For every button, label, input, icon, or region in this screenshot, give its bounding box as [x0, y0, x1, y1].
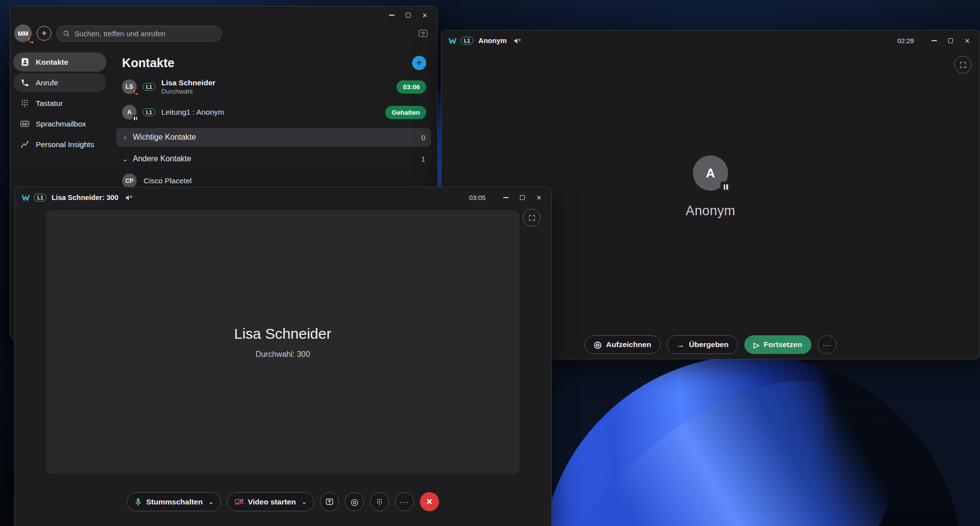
keypad-button[interactable]: [370, 492, 389, 511]
sidebar-item-label: Sprachmailbox: [36, 120, 86, 128]
fullscreen-button[interactable]: [954, 56, 972, 74]
group-row-andere-kontakte[interactable]: ⌄ Andere Kontakte 1: [116, 150, 431, 168]
call-timer-badge: 03:06: [396, 80, 426, 94]
avatar: LS: [122, 79, 137, 94]
sidebar-item-kontakte[interactable]: Kontakte: [13, 52, 106, 72]
record-button[interactable]: ◎: [345, 492, 364, 511]
contacts-header: Kontakte +: [122, 51, 426, 74]
held-call-row[interactable]: A L1 Leitung1 : Anonym Gehalten: [122, 100, 426, 125]
profile-initials: MM: [18, 30, 28, 37]
minimize-icon: [389, 15, 394, 16]
speaker-icon: [125, 195, 133, 201]
fullscreen-button[interactable]: [523, 209, 540, 226]
arrow-right-icon: →: [676, 341, 685, 349]
active-call-row[interactable]: LS L1 Lisa Schneider Durchwahl 03:06: [122, 74, 426, 100]
maximize-button[interactable]: [514, 191, 531, 204]
hold-pause-icon: [132, 115, 139, 122]
share-screen-button[interactable]: [320, 492, 339, 511]
record-label: Aufzeichnen: [606, 340, 651, 349]
call-timer: 03:05: [469, 194, 486, 201]
line-badge: L1: [461, 37, 473, 45]
group-count: 0: [421, 133, 425, 142]
fullscreen-icon: [959, 61, 967, 69]
keypad-icon: [376, 498, 383, 505]
page-title: Kontakte: [122, 56, 174, 70]
chevron-right-icon: ›: [122, 133, 128, 141]
group-label: Andere Kontakte: [133, 154, 191, 163]
resume-button[interactable]: ▷ Fortsetzen: [744, 335, 811, 354]
sidebar-item-label: Personal Insights: [36, 140, 94, 149]
maximize-icon: [520, 195, 525, 200]
sidebar-item-label: Tastatur: [36, 99, 63, 108]
webex-logo-icon: [22, 194, 30, 201]
contacts-icon: [20, 57, 29, 67]
more-options-button[interactable]: ···: [818, 335, 836, 354]
on-call-phone-icon: [27, 37, 34, 44]
transfer-label: Übergeben: [689, 340, 729, 349]
end-call-button[interactable]: ✕: [420, 492, 439, 511]
minimize-button[interactable]: [383, 8, 400, 22]
minimize-button[interactable]: [926, 34, 942, 48]
start-video-label: Video starten: [248, 498, 296, 506]
more-icon: ···: [823, 341, 832, 349]
more-options-button[interactable]: ···: [395, 492, 414, 511]
resume-label: Fortsetzen: [764, 340, 802, 349]
avatar-initial: A: [706, 166, 715, 181]
record-icon: ◎: [350, 498, 358, 506]
record-button[interactable]: ◎ Aufzeichnen: [585, 335, 661, 354]
call-contact-name: Lisa Schneider: [161, 78, 215, 87]
call-stage: Lisa Schneider Durchwahl: 300: [46, 210, 519, 474]
profile-avatar[interactable]: MM: [14, 25, 32, 42]
wallpaper-bloom-flower: [510, 341, 980, 526]
close-button[interactable]: ✕: [959, 34, 976, 48]
webex-logo-icon: [448, 37, 457, 45]
avatar: A: [122, 105, 137, 120]
play-icon: ▷: [754, 341, 760, 349]
phone-icon: [20, 78, 29, 87]
window-controls: ✕: [497, 191, 547, 204]
call-contact-name: Leitung1 : Anonym: [161, 108, 224, 117]
main-header: MM +: [10, 22, 437, 48]
chevron-down-icon: ⌄: [122, 155, 128, 163]
search-field[interactable]: [56, 25, 222, 42]
start-video-button[interactable]: Video starten ⌄: [227, 492, 314, 511]
held-call-titlebar[interactable]: L1 Anonym 02:29 ✕: [441, 30, 980, 51]
group-count: 1: [421, 155, 425, 163]
window-controls: ✕: [926, 34, 976, 48]
sidebar-item-sprachmailbox[interactable]: Sprachmailbox: [13, 114, 106, 133]
fullscreen-icon: [528, 214, 536, 222]
close-button[interactable]: ✕: [416, 8, 433, 22]
active-call-titlebar[interactable]: L1 Lisa Schneider: 300 03:05 ✕: [15, 187, 551, 208]
share-screen-icon: [325, 498, 334, 506]
call-timer: 02:29: [897, 37, 914, 45]
maximize-button[interactable]: [400, 8, 416, 22]
new-action-button[interactable]: +: [37, 26, 51, 41]
mute-button[interactable]: Stummschalten ⌄: [127, 492, 220, 511]
search-input[interactable]: [74, 29, 216, 38]
group-row-wichtige-kontakte[interactable]: › Wichtige Kontakte 0: [116, 128, 431, 147]
close-button[interactable]: ✕: [531, 191, 547, 204]
sidebar-item-tastatur[interactable]: Tastatur: [13, 94, 106, 113]
call-held-badge: Gehalten: [385, 106, 426, 119]
sidebar-item-anrufe[interactable]: Anrufe: [13, 73, 106, 92]
minimize-icon: [503, 197, 509, 198]
chevron-down-icon: ⌄: [302, 499, 307, 505]
transfer-button[interactable]: → Übergeben: [667, 335, 738, 354]
minimize-button[interactable]: [497, 191, 514, 204]
sidebar-item-label: Kontakte: [36, 58, 68, 67]
group-label: Wichtige Kontakte: [133, 133, 196, 142]
call-control-bar: Stummschalten ⌄ Video starten ⌄ ◎ ···: [15, 492, 551, 511]
add-contact-button[interactable]: +: [412, 56, 426, 70]
line-badge: L1: [34, 194, 47, 201]
line-badge: L1: [143, 108, 155, 116]
on-call-phone-icon: [132, 89, 139, 96]
maximize-button[interactable]: [942, 34, 959, 48]
sidebar-item-personal-insights[interactable]: Personal Insights: [13, 135, 106, 154]
keypad-icon: [20, 99, 29, 108]
main-window-titlebar[interactable]: ✕: [10, 6, 437, 22]
connect-to-device-button[interactable]: [416, 27, 430, 40]
window-title: Anonym: [478, 37, 507, 45]
minimize-icon: [931, 40, 937, 41]
hold-pause-icon: [720, 181, 731, 192]
speaker-icon: [514, 38, 521, 44]
